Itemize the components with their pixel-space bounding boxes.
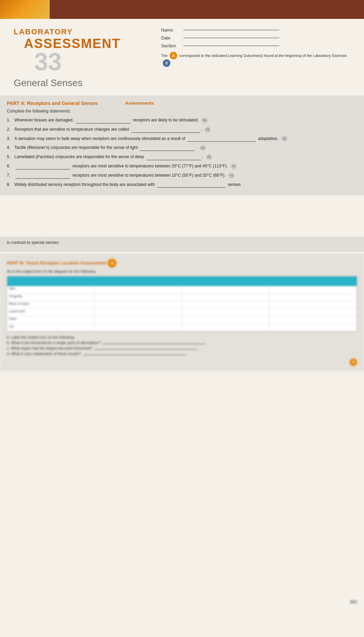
q3-text: A sensation may seem to fade away when r…: [14, 135, 357, 142]
sub-q-b: b. What is the threshold for a single po…: [7, 341, 357, 345]
sub-q-d-blank[interactable]: [83, 355, 186, 355]
q7-num: 7.: [7, 172, 14, 178]
part-b-instruction: As in the subject box on the diagram for…: [7, 269, 357, 273]
lab-label: LABORATORY: [14, 27, 147, 36]
question-7: 7. receptors are most sensitive to tempe…: [7, 172, 357, 179]
bottom-gap: [0, 371, 364, 508]
table-row: Lip: [7, 324, 357, 331]
q2-num: 2.: [7, 126, 14, 132]
table-cell: [269, 316, 357, 323]
question-5: 5. Lamellated (Pacinian) corpuscles are …: [7, 154, 357, 160]
table-cell: [269, 294, 357, 301]
table-row: Skin: [7, 286, 357, 294]
table-cell: Palm: [7, 316, 95, 323]
name-label: Name: [161, 27, 180, 33]
table-row: Palm: [7, 316, 357, 324]
q6-blank[interactable]: [15, 169, 70, 169]
q1-blank[interactable]: [76, 123, 131, 123]
table-cell: [95, 286, 182, 293]
date-label: Date: [161, 35, 180, 40]
q5-badge: A1: [206, 154, 212, 160]
table-row: Lower arm: [7, 309, 357, 316]
question-list: 1. Whenever tissues are damaged, recepto…: [7, 117, 357, 188]
outcome-badge-a: A: [170, 52, 177, 59]
section-label: Section: [161, 43, 180, 48]
table-cell: Lip: [7, 324, 95, 331]
q6-num: 6.: [7, 163, 14, 169]
table-cell: [182, 324, 269, 331]
q5-text: Lamellated (Pacinian) corpuscles are res…: [14, 154, 357, 160]
table-cell: [182, 294, 269, 301]
part-a-subtitle: Assessments: [125, 101, 154, 106]
q8-num: 8.: [7, 181, 14, 188]
question-2: 2. Receptors that are sensitive to tempe…: [7, 126, 357, 133]
page-title: General Senses: [14, 78, 147, 89]
q7-badge: A1: [228, 173, 234, 179]
name-line: [183, 30, 279, 30]
q4-text: Tactile (Meissner's) corpuscles are resp…: [14, 144, 357, 151]
q1-num: 1.: [7, 117, 14, 123]
table-row: Fingertip: [7, 294, 357, 301]
part-section-overflow: in contrast to special senses.: [0, 237, 364, 252]
sub-q-c-text: What region had the largest two-point th…: [11, 346, 92, 350]
part-a-title-text: PART A: Receptors and General Senses: [7, 101, 98, 106]
q7-text: receptors are most sensitive to temperat…: [14, 172, 357, 179]
q3-num: 3.: [7, 135, 14, 142]
q5-num: 5.: [7, 154, 14, 160]
table-cell: [269, 301, 357, 308]
sub-q-b-blank[interactable]: [102, 344, 205, 344]
table-cell: [269, 286, 357, 293]
outcome-text-1: The: [161, 54, 168, 58]
q1-text: Whenever tissues are damaged, receptors …: [14, 117, 357, 123]
table-cell: Back of hand: [7, 301, 95, 308]
table-cell: [95, 324, 182, 331]
section-line: [183, 46, 279, 46]
table-cell: [182, 309, 269, 316]
section-field: Section: [161, 43, 350, 48]
sub-q-b-text: What is the threshold for a single point…: [11, 341, 100, 345]
page-number: 363: [350, 599, 357, 604]
date-line: [183, 38, 279, 38]
table-row: Back of hand: [7, 301, 357, 309]
question-4: 4. Tactile (Meissner's) corpuscles are r…: [7, 144, 357, 151]
q3-badge: A1: [281, 135, 288, 142]
question-1: 1. Whenever tissues are damaged, recepto…: [7, 117, 357, 123]
number-label: 33: [34, 49, 147, 74]
part-b-end-badge: A: [350, 358, 357, 366]
in-contrast-text: in contrast to special senses.: [7, 238, 357, 247]
table-cell: [95, 294, 182, 301]
table-body: Skin Fingertip Back of hand Lower arm: [7, 286, 357, 331]
outcome-badge-num: 0: [163, 59, 170, 67]
gap-section: [0, 196, 364, 237]
q4-badge: A1: [200, 145, 206, 151]
table-cell: [269, 324, 357, 331]
part-b-section: PART B: Touch Receptor Location Assessme…: [0, 253, 364, 371]
q2-badge: A1: [205, 127, 211, 133]
header-brown-bar: [50, 0, 364, 19]
q3-blank[interactable]: [187, 141, 256, 142]
sub-q-d-text: What is your explanation of these result…: [11, 352, 81, 356]
right-panel: Name Date Section The A corresponds to t…: [154, 22, 357, 92]
table-cell: Skin: [7, 286, 95, 293]
q6-badge: A1: [231, 163, 237, 169]
table-cell: Fingertip: [7, 294, 95, 301]
sub-q-d: d. What is your explanation of these res…: [7, 352, 357, 356]
sub-q-c: c. What region had the largest two-point…: [7, 346, 357, 350]
part-b-title: PART B: Touch Receptor Location Assessme…: [7, 259, 357, 268]
part-b-title-text: PART B: Touch Receptor Location Assessme…: [7, 260, 107, 266]
q2-text: Receptors that are sensitive to temperat…: [14, 126, 357, 133]
header-orange-bar: [0, 0, 50, 19]
sub-q-c-blank[interactable]: [94, 349, 197, 350]
table-cell: [95, 301, 182, 308]
q7-blank[interactable]: [15, 178, 70, 179]
date-field: Date: [161, 35, 350, 40]
name-field: Name: [161, 27, 350, 33]
sub-questions: b. Label the subject box on the followin…: [7, 335, 357, 366]
q8-blank[interactable]: [157, 187, 226, 188]
outcome-text-2: corresponds to the indicated Learning Ou…: [179, 54, 348, 58]
q5-blank[interactable]: [146, 160, 201, 160]
table-cell: Lower arm: [7, 309, 95, 316]
q4-blank[interactable]: [140, 151, 195, 151]
q2-blank[interactable]: [131, 132, 200, 133]
question-6: 6. receptors are most sensitive to tempe…: [7, 163, 357, 169]
